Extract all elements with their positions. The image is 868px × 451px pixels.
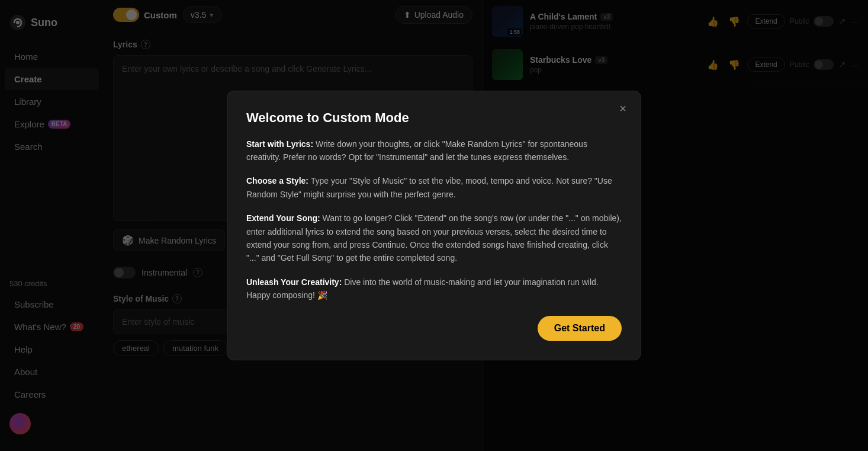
modal-section-bold: Start with Lyrics: (246, 139, 313, 149)
modal-section-creativity: Unleash Your Creativity: Dive into the w… (246, 276, 622, 302)
modal-section-extend: Extend Your Song: Want to go longer? Cli… (246, 212, 622, 265)
modal-section-lyrics: Start with Lyrics: Write down your thoug… (246, 137, 622, 164)
modal-close-button[interactable]: × (615, 101, 631, 117)
modal-section-bold: Choose a Style: (246, 176, 308, 185)
modal-section-bold: Unleash Your Creativity: (246, 277, 342, 287)
welcome-modal: Welcome to Custom Mode × Start with Lyri… (227, 91, 641, 361)
modal-section-style: Choose a Style: Type your "Style of Musi… (246, 174, 622, 201)
modal-title: Welcome to Custom Mode (246, 110, 622, 126)
get-started-button[interactable]: Get Started (538, 316, 622, 341)
modal-footer: Get Started (246, 316, 622, 341)
modal-section-bold: Extend Your Song: (246, 213, 320, 223)
modal-overlay[interactable]: Welcome to Custom Mode × Start with Lyri… (0, 0, 868, 451)
